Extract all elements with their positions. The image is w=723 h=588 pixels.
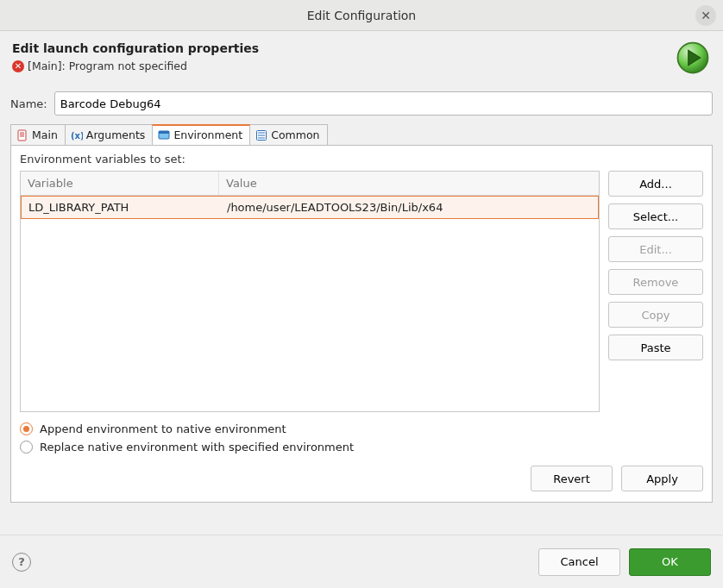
- cancel-button[interactable]: Cancel: [538, 548, 620, 576]
- close-button[interactable]: ✕: [695, 5, 716, 26]
- help-icon: ?: [18, 555, 25, 568]
- name-input[interactable]: [54, 91, 713, 116]
- table-row[interactable]: LD_LIBRARY_PATH /home/user/LEADTOOLS23/B…: [21, 196, 599, 219]
- tab-label: Arguments: [86, 128, 146, 141]
- paste-button[interactable]: Paste: [608, 335, 703, 360]
- remove-button[interactable]: Remove: [608, 269, 703, 295]
- tab-label: Main: [32, 128, 58, 141]
- common-icon: [255, 129, 267, 141]
- col-value: Value: [219, 172, 599, 195]
- radio-replace[interactable]: Replace native environment with specifie…: [20, 441, 703, 454]
- select-button[interactable]: Select...: [608, 203, 703, 229]
- radio-icon: [20, 422, 33, 435]
- bottom-bar: ? Cancel OK: [0, 535, 723, 588]
- env-section-label: Environment variables to set:: [20, 153, 703, 166]
- tab-common[interactable]: Common: [249, 124, 327, 145]
- cell-variable: LD_LIBRARY_PATH: [22, 197, 220, 218]
- col-variable: Variable: [21, 172, 219, 195]
- environment-icon: [158, 129, 170, 141]
- ok-button[interactable]: OK: [629, 548, 711, 576]
- page-heading: Edit launch configuration properties: [12, 41, 711, 55]
- name-label: Name:: [10, 97, 47, 110]
- add-button[interactable]: Add...: [608, 171, 703, 197]
- tab-label: Common: [271, 128, 319, 141]
- help-button[interactable]: ?: [12, 553, 31, 572]
- run-icon: [675, 40, 711, 76]
- header: Edit launch configuration properties ✕ […: [0, 31, 723, 84]
- error-row: ✕ [Main]: Program not specified: [12, 59, 711, 72]
- error-text: [Main]: Program not specified: [28, 59, 187, 72]
- svg-text:(x): (x): [71, 131, 83, 141]
- apply-button[interactable]: Apply: [621, 466, 703, 491]
- tab-main[interactable]: Main: [10, 124, 66, 145]
- radio-append[interactable]: Append environment to native environment: [20, 422, 703, 435]
- side-buttons: Add... Select... Edit... Remove Copy Pas…: [608, 171, 703, 412]
- document-icon: [16, 129, 28, 141]
- env-table[interactable]: Variable Value LD_LIBRARY_PATH /home/use…: [20, 171, 600, 412]
- tab-label: Environment: [173, 128, 242, 141]
- env-panel: Environment variables to set: Variable V…: [10, 146, 713, 503]
- tab-bar: Main (x) Arguments Environment Common: [10, 124, 713, 146]
- radio-label: Append environment to native environment: [40, 422, 286, 435]
- cell-value: /home/user/LEADTOOLS23/Bin/Lib/x64: [220, 197, 598, 218]
- table-header: Variable Value: [21, 172, 599, 196]
- close-icon: ✕: [701, 9, 711, 22]
- window-title: Edit Configuration: [0, 9, 723, 22]
- radio-label: Replace native environment with specifie…: [40, 441, 354, 454]
- svg-rect-4: [159, 131, 169, 134]
- error-icon: ✕: [12, 60, 24, 72]
- svg-rect-1: [18, 130, 26, 141]
- edit-button[interactable]: Edit...: [608, 236, 703, 262]
- revert-button[interactable]: Revert: [531, 466, 613, 491]
- radio-icon: [20, 441, 33, 454]
- tab-arguments[interactable]: (x) Arguments: [65, 124, 154, 145]
- titlebar: Edit Configuration ✕: [0, 0, 723, 31]
- tab-environment[interactable]: Environment: [152, 124, 250, 145]
- copy-button[interactable]: Copy: [608, 302, 703, 328]
- arguments-icon: (x): [71, 129, 83, 141]
